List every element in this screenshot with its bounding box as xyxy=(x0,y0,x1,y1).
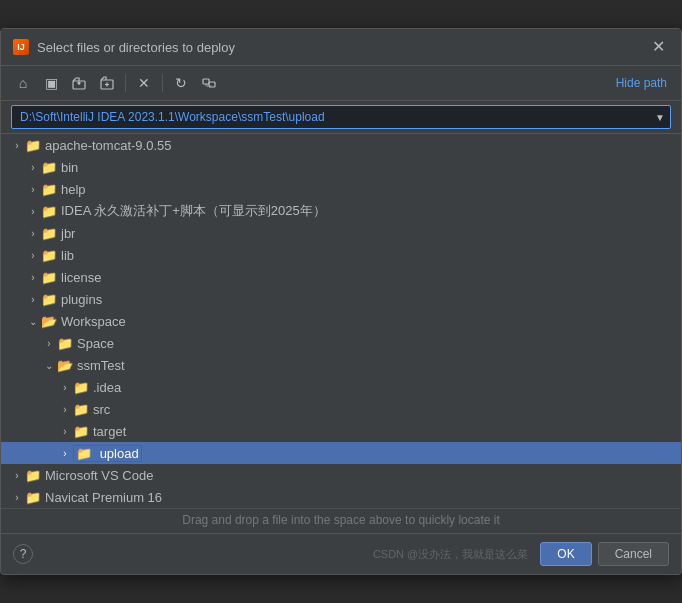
list-item[interactable]: › 📁 src xyxy=(1,398,681,420)
home-button[interactable]: ⌂ xyxy=(11,72,35,94)
folder-icon: 📁 xyxy=(41,182,57,197)
footer: ? CSDN @没办法，我就是这么菜 OK Cancel xyxy=(1,533,681,574)
folder-icon: 📁 xyxy=(57,336,73,351)
square-button[interactable]: ▣ xyxy=(39,72,63,94)
folder-icon: 📁 xyxy=(41,204,57,219)
chevron-right-icon[interactable]: › xyxy=(25,272,41,283)
chevron-right-icon[interactable]: › xyxy=(57,426,73,437)
svg-rect-4 xyxy=(203,79,209,84)
folder-open-icon: 📂 xyxy=(41,314,57,329)
chevron-right-icon[interactable]: › xyxy=(9,140,25,151)
list-item[interactable]: › 📁 plugins xyxy=(1,288,681,310)
dialog: IJ Select files or directories to deploy… xyxy=(0,28,682,575)
folder-icon: 📁 xyxy=(73,380,89,395)
folder-icon: 📁 xyxy=(25,138,41,153)
refresh-button[interactable]: ↻ xyxy=(169,72,193,94)
chevron-right-icon[interactable]: › xyxy=(25,206,41,217)
folder-icon: 📁 xyxy=(73,424,89,439)
list-item[interactable]: › 📁 Navicat Premium 16 xyxy=(1,486,681,508)
list-item[interactable]: › 📁 bin xyxy=(1,156,681,178)
drag-hint: Drag and drop a file into the space abov… xyxy=(1,508,681,533)
toolbar-sep-2 xyxy=(162,74,163,92)
folder-icon: 📁 xyxy=(41,160,57,175)
chevron-down-icon[interactable]: ⌄ xyxy=(41,360,57,371)
item-label: ssmTest xyxy=(77,358,125,373)
app-icon: IJ xyxy=(13,39,29,55)
list-item[interactable]: › 📁 Space xyxy=(1,332,681,354)
item-label: plugins xyxy=(61,292,102,307)
folder-icon: 📁 xyxy=(76,446,92,461)
list-item[interactable]: › 📁 .idea xyxy=(1,376,681,398)
cancel-button[interactable]: Cancel xyxy=(598,542,669,566)
chevron-right-icon[interactable]: › xyxy=(41,338,57,349)
chevron-right-icon[interactable]: › xyxy=(25,294,41,305)
delete-button[interactable]: ✕ xyxy=(132,72,156,94)
item-label: Navicat Premium 16 xyxy=(45,490,162,505)
chevron-right-icon[interactable]: › xyxy=(57,404,73,415)
item-label: Microsoft VS Code xyxy=(45,468,153,483)
list-item[interactable]: › 📁 lib xyxy=(1,244,681,266)
watermark: CSDN @没办法，我就是这么菜 xyxy=(33,547,528,562)
folder-icon: 📁 xyxy=(25,468,41,483)
chevron-right-icon[interactable]: › xyxy=(57,448,73,459)
list-item[interactable]: › 📁 apache-tomcat-9.0.55 xyxy=(1,134,681,156)
file-tree[interactable]: › 📁 apache-tomcat-9.0.55 › 📁 bin › 📁 hel… xyxy=(1,134,681,508)
path-bar: ▼ xyxy=(1,101,681,134)
list-item[interactable]: › 📁 jbr xyxy=(1,222,681,244)
folder-icon: 📁 xyxy=(25,490,41,505)
item-label: help xyxy=(61,182,86,197)
item-label: src xyxy=(93,402,110,417)
toolbar-sep-1 xyxy=(125,74,126,92)
folder-up-button[interactable] xyxy=(67,72,91,94)
folder-icon: 📁 xyxy=(41,270,57,285)
item-label: bin xyxy=(61,160,78,175)
item-label: target xyxy=(93,424,126,439)
item-label: lib xyxy=(61,248,74,263)
item-label: upload xyxy=(100,446,139,461)
move-button[interactable] xyxy=(197,72,221,94)
title-bar: IJ Select files or directories to deploy… xyxy=(1,29,681,66)
close-button[interactable]: ✕ xyxy=(648,37,669,57)
chevron-right-icon[interactable]: › xyxy=(25,228,41,239)
item-label: license xyxy=(61,270,101,285)
list-item[interactable]: › 📁 license xyxy=(1,266,681,288)
hide-path-button[interactable]: Hide path xyxy=(612,74,671,92)
help-button[interactable]: ? xyxy=(13,544,33,564)
list-item[interactable]: › 📁 Microsoft VS Code xyxy=(1,464,681,486)
list-item[interactable]: › 📁 IDEA 永久激活补丁+脚本（可显示到2025年） xyxy=(1,200,681,222)
folder-open-icon: 📂 xyxy=(57,358,73,373)
item-label: jbr xyxy=(61,226,75,241)
path-input[interactable] xyxy=(11,105,671,129)
list-item[interactable]: ⌄ 📂 Workspace xyxy=(1,310,681,332)
chevron-right-icon[interactable]: › xyxy=(25,162,41,173)
chevron-right-icon[interactable]: › xyxy=(25,184,41,195)
item-label: .idea xyxy=(93,380,121,395)
item-label: Space xyxy=(77,336,114,351)
toolbar: ⌂ ▣ ✕ ↻ Hide xyxy=(1,66,681,101)
list-item[interactable]: ⌄ 📂 ssmTest xyxy=(1,354,681,376)
footer-buttons: OK Cancel xyxy=(540,542,669,566)
chevron-right-icon[interactable]: › xyxy=(25,250,41,261)
folder-icon: 📁 xyxy=(41,248,57,263)
folder-icon: 📁 xyxy=(41,292,57,307)
list-item[interactable]: › 📁 target xyxy=(1,420,681,442)
list-item[interactable]: › 📁 upload xyxy=(1,442,681,464)
folder-icon: 📁 xyxy=(73,402,89,417)
folder-icon: 📁 xyxy=(41,226,57,241)
chevron-right-icon[interactable]: › xyxy=(57,382,73,393)
new-folder-button[interactable] xyxy=(95,72,119,94)
list-item[interactable]: › 📁 help xyxy=(1,178,681,200)
chevron-down-icon[interactable]: ⌄ xyxy=(25,316,41,327)
chevron-right-icon[interactable]: › xyxy=(9,492,25,503)
path-input-wrapper: ▼ xyxy=(11,105,671,129)
item-label: apache-tomcat-9.0.55 xyxy=(45,138,171,153)
ok-button[interactable]: OK xyxy=(540,542,591,566)
dialog-title: Select files or directories to deploy xyxy=(37,40,640,55)
item-label: Workspace xyxy=(61,314,126,329)
chevron-right-icon[interactable]: › xyxy=(9,470,25,481)
item-label: IDEA 永久激活补丁+脚本（可显示到2025年） xyxy=(61,202,326,220)
